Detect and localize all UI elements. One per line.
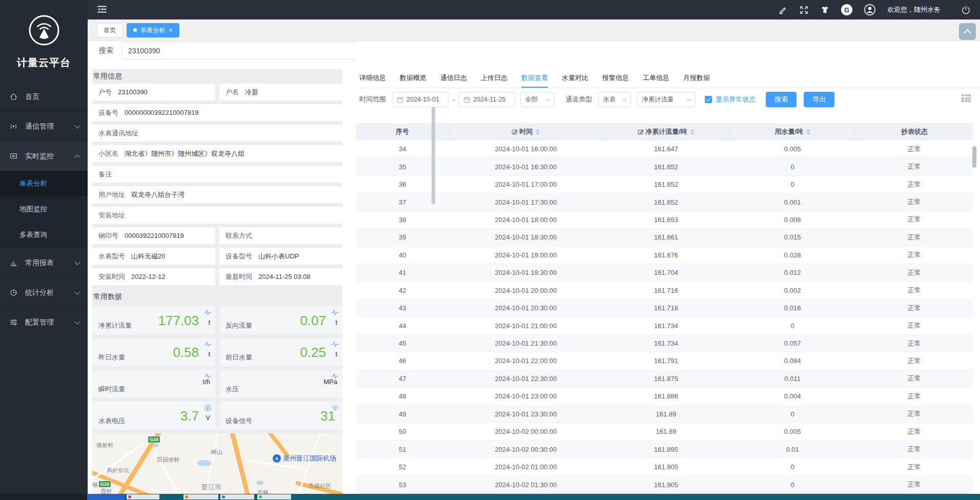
power-icon[interactable] bbox=[961, 5, 971, 15]
cell-status: 正常 bbox=[855, 180, 973, 189]
metric-select[interactable]: 净累计流量 bbox=[637, 92, 696, 107]
cell-time: 2024-10-01 22:30:00 bbox=[448, 375, 603, 383]
taskbar-app-button[interactable] bbox=[183, 494, 218, 499]
cell-seq: 40 bbox=[356, 251, 448, 259]
taskbar-app-button[interactable] bbox=[127, 494, 159, 499]
g-logo-icon[interactable]: G bbox=[841, 4, 852, 15]
abnormal-status-label[interactable]: 显示异常状态 bbox=[716, 95, 756, 104]
table-row[interactable]: 41 2024-10-01 19:30:00 161.704 0.012 正常 bbox=[356, 264, 973, 282]
sidebar-item-home[interactable]: 首页 bbox=[0, 82, 88, 111]
range-separator: - bbox=[453, 96, 455, 104]
table-row[interactable]: 40 2024-10-01 19:00:00 161.676 0.028 正常 bbox=[356, 247, 973, 264]
location-map[interactable]: G15 G15 塘新村 田园张林 崎山 风炉后坑 镇 晋江市 后林 杏坂社区 霞… bbox=[92, 433, 342, 494]
table-row[interactable]: 39 2024-10-01 18:30:00 161.661 0.015 正常 bbox=[356, 229, 973, 246]
close-tab-icon[interactable]: × bbox=[169, 27, 173, 33]
cell-status: 正常 bbox=[855, 215, 973, 224]
main-content: 搜索 23100390 常用信息 户号23100390 户名冷新 设备号0000… bbox=[88, 41, 980, 494]
sidebar-item-single-meter-analysis[interactable]: 单表分析 bbox=[0, 171, 88, 196]
table-row[interactable]: 49 2024-10-01 23:30:00 161.89 0 正常 bbox=[356, 406, 973, 423]
channel-type-label: 通道类型 bbox=[565, 95, 592, 104]
sidebar-item-statistics[interactable]: 统计分析 bbox=[0, 277, 88, 307]
column-header-usage[interactable]: 用水量/吨 bbox=[729, 123, 856, 141]
cell-usage: 0.005 bbox=[729, 145, 856, 153]
sidebar-item-config[interactable]: 配置管理 bbox=[0, 307, 88, 337]
cell-usage: 0 bbox=[729, 463, 856, 471]
tab-data-overview[interactable]: 数据概览 bbox=[400, 69, 426, 88]
table-row[interactable]: 50 2024-10-02 00:00:00 161.89 0.005 正常 bbox=[356, 423, 973, 441]
column-header-time[interactable]: 时间 bbox=[449, 123, 603, 141]
cell-net-flow: 161.661 bbox=[603, 233, 729, 241]
period-select[interactable]: 全部 bbox=[520, 92, 554, 107]
search-button[interactable]: 搜索 bbox=[766, 92, 797, 107]
table-row[interactable]: 48 2024-10-01 23:00:00 161.886 0.004 正常 bbox=[356, 388, 973, 405]
export-button[interactable]: 导出 bbox=[804, 92, 834, 107]
abnormal-status-checkbox[interactable] bbox=[705, 96, 712, 103]
tab-water-compare[interactable]: 水量对比 bbox=[562, 69, 588, 88]
column-header-net-flow[interactable]: 净累计流量/吨 bbox=[603, 123, 730, 141]
cell-seq: 48 bbox=[356, 392, 448, 400]
taskbar-app-button[interactable] bbox=[87, 494, 125, 500]
table-row[interactable]: 53 2024-10-02 01:30:00 161.905 0 正常 bbox=[356, 476, 973, 493]
sidebar-item-common-reports[interactable]: 常用报表 bbox=[0, 248, 88, 277]
table-row[interactable]: 44 2024-10-01 21:00:00 161.734 0 正常 bbox=[356, 317, 973, 334]
table-row[interactable]: 45 2024-10-01 21:30:00 161.734 0.057 正常 bbox=[356, 335, 973, 352]
table-row[interactable]: 42 2024-10-01 20:00:00 161.716 0.002 正常 bbox=[356, 282, 973, 299]
sidebar-item-map-monitor[interactable]: 地图监控 bbox=[0, 196, 88, 222]
cell-net-flow: 161.905 bbox=[603, 463, 729, 471]
tab-comm-log[interactable]: 通信日志 bbox=[440, 69, 467, 88]
table-scrollbar[interactable] bbox=[972, 146, 976, 168]
table-row[interactable]: 52 2024-10-02 01:00:00 161.905 0 正常 bbox=[356, 458, 973, 476]
tab-home[interactable]: 首页 bbox=[97, 23, 122, 37]
collapse-sidebar-icon[interactable] bbox=[97, 5, 107, 15]
edit-icon[interactable] bbox=[778, 5, 788, 15]
cell-seq: 41 bbox=[356, 269, 448, 276]
taskbar-app-button[interactable] bbox=[257, 494, 291, 499]
sidebar-menu: 首页 通信管理 实时监控 单表分析 地图监控 多表查询 bbox=[0, 82, 88, 337]
table-row[interactable]: 47 2024-10-01 22:30:00 161.875 0.011 正常 bbox=[356, 370, 973, 388]
table-row[interactable]: 51 2024-10-02 00:30:00 161.895 0.01 正常 bbox=[356, 441, 973, 458]
tab-monthly-report[interactable]: 月报数据 bbox=[683, 69, 710, 88]
cell-status: 正常 bbox=[855, 197, 973, 207]
sidebar-item-multi-meter-query[interactable]: 多表查询 bbox=[0, 222, 88, 248]
cell-net-flow: 161.905 bbox=[603, 481, 729, 489]
table-row[interactable]: 38 2024-10-01 18:00:00 161.653 0.008 正常 bbox=[356, 211, 973, 229]
tab-detail-info[interactable]: 详细信息 bbox=[359, 69, 386, 88]
chevron-up-icon bbox=[74, 154, 80, 160]
sidebar-item-communication[interactable]: 通信管理 bbox=[0, 111, 88, 141]
map-water bbox=[256, 481, 263, 485]
left-panel-scrollbar[interactable] bbox=[432, 107, 435, 204]
table-row[interactable]: 34 2024-10-01 16:00:00 161.647 0.005 正常 bbox=[356, 141, 973, 158]
table-row[interactable]: 46 2024-10-01 22:00:00 161.791 0.084 正常 bbox=[356, 352, 973, 370]
theme-shirt-icon[interactable] bbox=[820, 5, 830, 15]
os-taskbar[interactable] bbox=[0, 494, 980, 500]
map-place-label: 崎山 bbox=[211, 448, 222, 456]
fullscreen-icon[interactable] bbox=[799, 5, 809, 15]
taskbar-app-button[interactable] bbox=[220, 494, 254, 499]
table-row[interactable]: 37 2024-10-01 17:30:00 161.652 0.001 正常 bbox=[356, 193, 973, 211]
map-place-label: 塘新村 bbox=[96, 442, 113, 449]
tab-data-view[interactable]: 数据查看 bbox=[521, 69, 548, 88]
tab-alarm-info[interactable]: 报警信息 bbox=[602, 69, 629, 88]
column-header-status[interactable]: 抄表状态 bbox=[856, 123, 973, 141]
date-from-input[interactable]: 2024-10-01 bbox=[392, 92, 448, 107]
column-settings-icon[interactable] bbox=[962, 94, 971, 102]
tab-workorder-info[interactable]: 工单信息 bbox=[643, 69, 669, 88]
cell-time: 2024-10-01 19:30:00 bbox=[448, 269, 603, 276]
table-row[interactable]: 43 2024-10-01 20:30:00 161.718 0.016 正常 bbox=[356, 299, 973, 317]
table-row[interactable]: 36 2024-10-01 17:00:00 161.652 0 正常 bbox=[356, 176, 973, 193]
field-device-model: 设备型号山科小表UDP bbox=[219, 248, 342, 265]
sidebar-item-realtime-monitor[interactable]: 实时监控 bbox=[0, 141, 88, 171]
cell-usage: 0.002 bbox=[729, 287, 856, 294]
table-row[interactable]: 35 2024-10-01 16:30:00 161.652 0 正常 bbox=[356, 158, 973, 175]
map-place-label: 田园张林 bbox=[157, 456, 179, 464]
user-avatar[interactable] bbox=[864, 4, 876, 16]
channel-select[interactable]: 水表 bbox=[598, 92, 631, 107]
meter-info-panel: 常用信息 户号23100390 户名冷新 设备号0000000039221000… bbox=[92, 69, 342, 494]
tab-single-meter-analysis[interactable]: 单表分析 × bbox=[127, 23, 179, 37]
voltage-icon bbox=[204, 404, 212, 412]
date-to-input[interactable]: 2024-11-25 bbox=[459, 92, 515, 107]
card-reverse-flow: 反向流量0.07t bbox=[219, 306, 342, 334]
field-contact: 联系方式 bbox=[219, 227, 342, 244]
scroll-top-button[interactable] bbox=[959, 23, 976, 40]
tab-upload-log[interactable]: 上传日志 bbox=[481, 69, 507, 88]
